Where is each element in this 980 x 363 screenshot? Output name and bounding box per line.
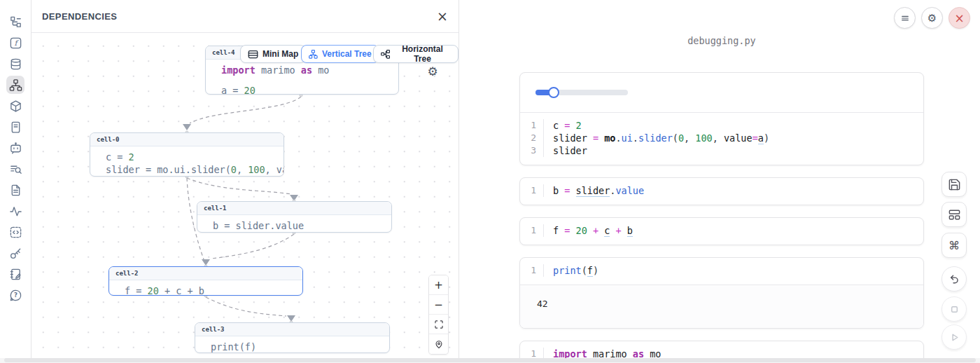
keyboard-shortcuts-button[interactable]: ⌘ <box>941 233 967 258</box>
svg-text:?: ? <box>14 292 18 299</box>
menu-button[interactable] <box>894 7 916 29</box>
graph-node-cell-0[interactable]: cell-0 c = 2slider = mo.ui.slider(0, 100… <box>90 132 284 177</box>
sidebar-item-help[interactable]: ? <box>6 286 24 304</box>
notebook-action-rail: ⌘ <box>941 172 967 350</box>
activity-icon <box>9 205 22 218</box>
panel-title: DEPENDENCIES <box>42 11 117 22</box>
sidebar-item-secrets[interactable] <box>6 244 24 262</box>
code-line: 1print(f) <box>520 264 923 277</box>
sidebar-item-packages[interactable] <box>6 97 24 115</box>
settings-button[interactable]: ⚙ <box>921 7 943 29</box>
zoom-out-button[interactable]: − <box>429 295 448 315</box>
save-icon <box>948 178 961 191</box>
code-editor[interactable]: 1print(f) <box>520 258 923 285</box>
graph-settings-icon[interactable]: ⚙ <box>424 63 441 80</box>
node-title: cell-3 <box>195 323 389 336</box>
line-number: 1 <box>520 224 544 237</box>
search-list-icon <box>9 163 22 176</box>
cell-print[interactable]: 1print(f) 42 <box>519 257 924 329</box>
code-line: a = 20 <box>212 84 392 95</box>
graph-node-cell-2-selected[interactable]: cell-2 f = 20 + c + b <box>108 266 303 296</box>
play-icon <box>948 331 961 344</box>
vertical-tree-icon <box>309 50 318 59</box>
code-line: f = 20 + c + b <box>115 285 296 296</box>
vertical-tree-label: Vertical Tree <box>322 49 372 59</box>
horizontal-tree-label: Horizontal Tree <box>394 44 451 64</box>
node-code: import marimo as moa = 20 <box>206 60 398 95</box>
graph-node-cell-1[interactable]: cell-1 b = slider.value <box>197 201 392 233</box>
sidebar-item-functions[interactable]: f <box>6 34 24 52</box>
node-code: c = 2slider = mo.ui.slider(0, 100, value… <box>90 146 284 177</box>
code-editor[interactable]: 1b = slider.value <box>520 178 923 205</box>
sidebar-item-logs[interactable] <box>6 118 24 136</box>
cell-slider[interactable]: 1c = 22slider = mo.ui.slider(0, 100, val… <box>519 72 924 165</box>
sidebar-item-scratchpad[interactable] <box>6 265 24 283</box>
zoom-in-button[interactable]: + <box>429 275 448 295</box>
run-button[interactable] <box>941 324 967 350</box>
line-number: 1 <box>520 184 544 197</box>
sidebar-item-dependency-graph[interactable] <box>6 76 24 94</box>
code-editor[interactable]: 1f = 20 + c + b <box>520 218 923 245</box>
line-number: 2 <box>520 132 544 144</box>
graph-zoom-controls: + − <box>428 275 449 355</box>
maximize-icon <box>434 320 444 329</box>
save-button[interactable] <box>941 172 967 197</box>
database-icon <box>9 57 22 71</box>
sidebar-item-snippets[interactable] <box>6 181 24 199</box>
dependencies-panel: DEPENDENCIES × <box>31 0 459 363</box>
layout-button[interactable] <box>941 202 967 227</box>
code-line: 1b = slider.value <box>520 184 923 197</box>
chat-bot-icon <box>9 142 22 155</box>
stop-icon <box>948 303 961 316</box>
stop-button[interactable] <box>941 296 967 322</box>
package-icon <box>9 100 22 113</box>
locate-node-button[interactable] <box>429 334 448 354</box>
sidebar-item-ai-chat[interactable] <box>6 139 24 157</box>
fit-view-button[interactable] <box>429 315 448 334</box>
undo-button[interactable] <box>941 266 967 292</box>
graph-node-cell-3[interactable]: cell-3 print(f) <box>195 322 390 353</box>
sidebar-item-search-logs[interactable] <box>6 160 24 178</box>
code-line: 1f = 20 + c + b <box>520 224 923 237</box>
shutdown-icon[interactable]: × <box>948 7 970 29</box>
sidebar-item-outputs[interactable] <box>6 223 24 241</box>
cell-f[interactable]: 1f = 20 + c + b <box>519 217 924 245</box>
notebook-pen-icon <box>9 268 22 281</box>
menu-icon <box>900 13 910 23</box>
node-code: f = 20 + c + b <box>109 280 302 296</box>
dependencies-header: DEPENDENCIES × <box>31 0 458 33</box>
svg-text:f: f <box>14 39 19 47</box>
file-tree-icon <box>9 15 22 29</box>
sidebar-item-file-explorer[interactable] <box>6 13 24 31</box>
dependency-graph-canvas[interactable]: cell-4 import marimo as moa = 20 cell-0 … <box>31 33 458 363</box>
mini-map-button[interactable]: Mini Map <box>240 45 306 63</box>
sidebar-item-data-sources[interactable] <box>6 55 24 73</box>
cell-b[interactable]: 1b = slider.value <box>519 177 924 205</box>
marimo-app: f ? DEPENDENCIES × <box>0 0 980 363</box>
sidebar-item-tracing[interactable] <box>6 202 24 220</box>
vertical-tree-button[interactable]: Vertical Tree <box>301 45 379 63</box>
cell-output: 42 <box>520 285 923 328</box>
scroll-icon <box>9 121 22 134</box>
dependency-graph-icon <box>9 78 22 92</box>
code-line: c = 2 <box>97 151 277 163</box>
horizontal-scrollbar[interactable] <box>0 358 980 363</box>
node-code: b = slider.value <box>197 215 391 233</box>
undo-icon <box>948 273 961 286</box>
horizontal-tree-button[interactable]: Horizontal Tree <box>373 45 458 63</box>
node-code: print(f) <box>195 336 389 353</box>
horizontal-tree-icon <box>381 50 390 59</box>
code-line: import marimo as mo <box>212 64 392 76</box>
node-title: cell-2 <box>109 267 302 280</box>
node-title: cell-0 <box>90 133 284 146</box>
layout-icon <box>948 208 961 221</box>
close-panel-icon[interactable]: × <box>437 10 448 23</box>
code-editor[interactable]: 1c = 22slider = mo.ui.slider(0, 100, val… <box>520 113 923 165</box>
scrollbar-thumb[interactable] <box>4 358 976 362</box>
slider-thumb[interactable] <box>548 87 559 98</box>
slider-output <box>520 73 923 113</box>
help-bubble-icon: ? <box>9 289 22 302</box>
rows-icon <box>248 49 258 60</box>
mini-map-label: Mini Map <box>262 49 298 59</box>
slider-widget[interactable] <box>536 90 628 95</box>
